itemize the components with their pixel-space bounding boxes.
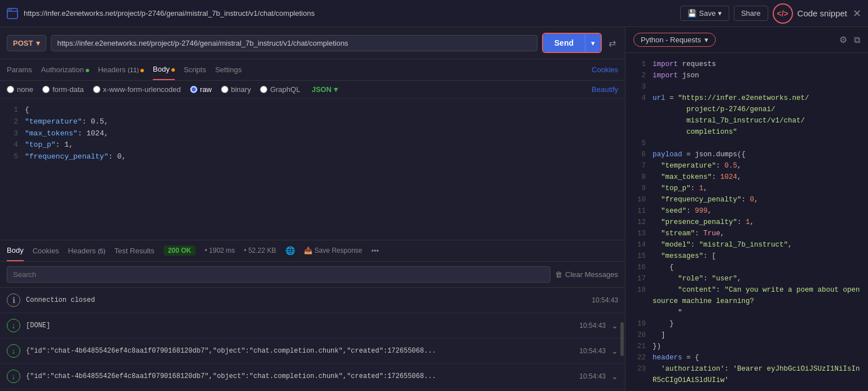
down-arrow-icon: ↓ <box>7 344 20 358</box>
list-item[interactable]: ↓ [DONE] 10:54:43 ⌄ <box>0 313 625 339</box>
body-option-raw[interactable]: raw <box>190 85 212 94</box>
close-panel-button[interactable]: ✕ <box>853 7 861 20</box>
send-button[interactable]: Send <box>543 34 585 52</box>
headers-dot <box>140 69 144 72</box>
more-options-button[interactable]: ••• <box>371 247 379 255</box>
code-line: 2 "temperature": 0.5, <box>7 116 618 128</box>
body-editor[interactable]: 1 { 2 "temperature": 0.5, 3 "max_tokens"… <box>0 99 625 240</box>
body-option-none[interactable]: none <box>7 85 33 94</box>
tab-params[interactable]: Params <box>7 60 32 80</box>
json-type-selector[interactable]: JSON ▾ <box>311 85 337 94</box>
json-dropdown-icon: ▾ <box>334 85 338 94</box>
snippet-line: 23 'authorization': 'Bearer eyJhbGciOiJS… <box>625 363 868 386</box>
globe-icon: 🌐 <box>285 246 295 255</box>
code-snippet-icon-button[interactable]: </> <box>773 3 793 24</box>
response-headers-badge: (5) <box>98 248 105 254</box>
snippet-line: 20 ] <box>625 330 868 341</box>
top-actions: 💾 Save ▾ Share </> Code snippet <box>680 3 847 24</box>
svg-point-2 <box>9 9 10 10</box>
list-item[interactable]: ↓ {"id":"chat-4b64855426ef4c8aa1f0790168… <box>0 364 625 389</box>
snippet-line: 17 "role": "user", <box>625 273 868 284</box>
list-item[interactable]: ℹ Connection closed 10:54:43 <box>0 288 625 313</box>
body-option-binary[interactable]: binary <box>221 85 251 94</box>
tab-headers[interactable]: Headers (11) <box>98 60 144 80</box>
response-tab-headers[interactable]: Headers (5) <box>68 241 105 261</box>
request-tabs: Params Authorization Headers (11) Body S… <box>0 59 625 81</box>
list-item[interactable]: ↓ {"id":"chat-4b64855426ef4c8aa1f0790168… <box>0 339 625 364</box>
share-button[interactable]: Share <box>734 6 768 21</box>
snippet-line: 2 import json <box>625 70 868 81</box>
request-bar: POST ▾ Send ▾ ⇄ <box>0 27 625 59</box>
list-item[interactable]: ↓ {"id":"chat-4b64855426ef4c8aa1f0790168… <box>0 389 625 392</box>
snippet-line: 18 "content": "Can you write a poem abou… <box>625 284 868 318</box>
response-body: 🗑 Clear Messages ℹ Connection closed 10:… <box>0 262 625 392</box>
snippet-line: 22 headers = { <box>625 352 868 363</box>
search-input[interactable] <box>7 266 550 283</box>
snippet-line: 3 <box>625 81 868 93</box>
code-line: 1 { <box>7 104 618 116</box>
save-response-icon: 📥 <box>304 247 312 254</box>
message-list: ℹ Connection closed 10:54:43 ↓ [DONE] 10… <box>0 288 625 392</box>
down-arrow-icon: ↓ <box>7 370 20 383</box>
snippet-line: 9 "top_p": 1, <box>625 183 868 194</box>
save-response-button[interactable]: 📥 Save Response <box>304 247 363 254</box>
response-tabs: Body Cookies Headers (5) Test Results 20… <box>0 240 625 262</box>
response-tab-test-results[interactable]: Test Results <box>114 241 155 261</box>
code-line: 5 "frequency_penalty": 0, <box>7 151 618 163</box>
copy-snippet-button[interactable]: ⧉ <box>854 34 860 45</box>
snippet-line: 1 import requests <box>625 59 868 70</box>
body-option-urlencoded[interactable]: x-www-form-urlencoded <box>93 85 181 94</box>
scrollbar[interactable] <box>620 322 624 356</box>
main-layout: POST ▾ Send ▾ ⇄ Params Authorization Hea… <box>0 27 868 391</box>
svg-point-3 <box>11 9 12 10</box>
method-dropdown-icon: ▾ <box>36 39 40 47</box>
tab-settings[interactable]: Settings <box>215 60 241 80</box>
tab-body[interactable]: Body <box>153 59 175 80</box>
body-option-formdata[interactable]: form-data <box>42 85 84 94</box>
clear-messages-button[interactable]: 🗑 Clear Messages <box>555 270 618 279</box>
save-button[interactable]: 💾 Save ▾ <box>680 6 729 21</box>
send-dropdown-button[interactable]: ▾ <box>585 34 601 52</box>
headers-badge: (11) <box>127 67 139 73</box>
code-snippet-panel: 1 import requests 2 import json 3 4 url … <box>625 53 868 391</box>
response-tab-body[interactable]: Body <box>7 240 24 261</box>
left-panel: POST ▾ Send ▾ ⇄ Params Authorization Hea… <box>0 27 625 391</box>
snippet-line: 13 "stream": True, <box>625 228 868 239</box>
cookies-link[interactable]: Cookies <box>592 65 618 74</box>
browser-url: https://infer.e2enetworks.net/project/p-… <box>24 9 675 17</box>
response-size: • 52.22 KB <box>244 247 276 254</box>
snippet-line: 11 "seed": 999, <box>625 205 868 217</box>
save-dropdown-icon: ▾ <box>718 9 722 17</box>
right-panel: Python - Requests ▾ ⚙ ⧉ 1 import request… <box>625 27 868 391</box>
trash-icon: 🗑 <box>555 270 562 279</box>
snippet-settings-button[interactable]: ⚙ <box>839 34 847 45</box>
response-tab-cookies[interactable]: Cookies <box>33 241 59 261</box>
snippet-line: 12 "presence_penalty": 1, <box>625 217 868 228</box>
down-arrow-icon: ↓ <box>7 319 20 332</box>
code-line: 4 "top_p": 1, <box>7 139 618 151</box>
body-options: none form-data x-www-form-urlencoded raw… <box>0 81 625 99</box>
top-bar: https://infer.e2enetworks.net/project/p-… <box>0 0 868 27</box>
save-icon: 💾 <box>688 9 697 17</box>
body-option-graphql[interactable]: GraphQL <box>260 85 300 94</box>
snippet-line: 14 "model": "mistral_7b_instruct", <box>625 239 868 251</box>
beautify-button[interactable]: Beautify <box>592 85 618 94</box>
tab-authorization[interactable]: Authorization <box>41 60 89 80</box>
language-dropdown-icon: ▾ <box>704 36 708 44</box>
response-time: • 1902 ms <box>205 247 235 254</box>
snippet-line: 10 "frequency_penalty": 0, <box>625 194 868 205</box>
search-bar: 🗑 Clear Messages <box>0 262 625 288</box>
method-selector[interactable]: POST ▾ <box>7 35 46 51</box>
chevron-down-icon: ⌄ <box>611 372 618 381</box>
auth-dot <box>86 69 89 72</box>
chevron-down-icon: ⌄ <box>611 321 618 330</box>
body-dot <box>171 68 175 72</box>
snippet-line: 6 payload = json.dumps({ <box>625 149 868 160</box>
message-time: 10:54:43 <box>592 296 618 304</box>
message-time: 10:54:43 <box>579 372 606 380</box>
language-selector[interactable]: Python - Requests ▾ <box>633 33 716 47</box>
tab-scripts[interactable]: Scripts <box>184 60 206 80</box>
code-snippet-header: Python - Requests ▾ ⚙ ⧉ <box>625 27 868 53</box>
url-input[interactable] <box>51 35 537 51</box>
refresh-button[interactable]: ⇄ <box>606 36 618 51</box>
